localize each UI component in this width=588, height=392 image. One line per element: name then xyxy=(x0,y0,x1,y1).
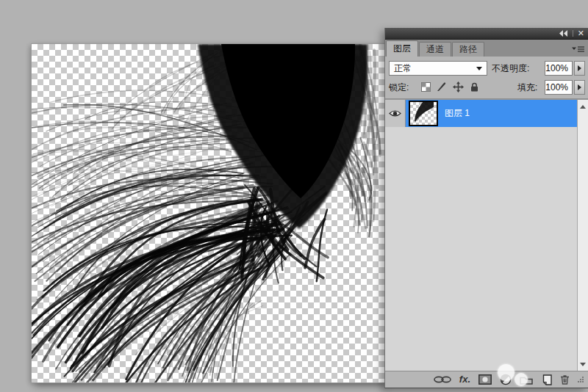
layers-panel: ✕ 图层 通道 路径 正常 不透明度: 100% xyxy=(384,28,588,388)
collapse-double-arrow-icon[interactable] xyxy=(559,30,568,37)
tab-layers[interactable]: 图层 xyxy=(386,40,418,57)
visibility-toggle[interactable] xyxy=(385,100,406,127)
triangle-up-icon xyxy=(580,105,586,109)
scroll-up-button[interactable] xyxy=(578,101,588,112)
panel-menu-icon[interactable] xyxy=(572,46,585,53)
layer-style-icon[interactable]: fx. xyxy=(459,374,470,385)
tab-channels[interactable]: 通道 xyxy=(419,42,451,57)
panel-titlebar[interactable]: ✕ xyxy=(385,28,588,40)
blend-opacity-row: 正常 不透明度: 100% xyxy=(385,60,588,78)
layer-mask-icon[interactable] xyxy=(478,374,492,385)
link-layers-icon[interactable] xyxy=(434,376,451,383)
close-icon[interactable]: ✕ xyxy=(578,30,584,37)
tab-paths[interactable]: 路径 xyxy=(452,42,484,57)
arrow-right-icon xyxy=(578,65,581,71)
layer-list[interactable]: 图层 1 xyxy=(385,99,588,371)
layer-row[interactable]: 图层 1 xyxy=(385,100,577,127)
opacity-slider-button[interactable] xyxy=(574,61,585,76)
scroll-down-button[interactable] xyxy=(578,359,588,369)
layer-controls: 正常 不透明度: 100% 锁定: xyxy=(385,57,588,99)
layer-thumbnail[interactable] xyxy=(409,101,438,126)
lock-label: 锁定: xyxy=(389,81,409,94)
triangle-down-icon xyxy=(580,363,586,366)
lock-buttons xyxy=(421,81,479,92)
chevron-down-icon xyxy=(476,67,482,70)
photoshop-workspace: ✕ 图层 通道 路径 正常 不透明度: 100% xyxy=(0,0,588,392)
layer-thumbnail-art xyxy=(410,102,434,122)
lock-position-icon[interactable] xyxy=(453,81,464,92)
blend-mode-dropdown[interactable]: 正常 xyxy=(389,61,487,76)
lock-fill-row: 锁定: xyxy=(385,79,588,97)
titlebar-separator xyxy=(573,30,573,37)
adjustment-layer-icon[interactable] xyxy=(500,374,512,385)
resize-grip-icon[interactable] xyxy=(578,377,584,383)
new-group-icon[interactable] xyxy=(520,375,533,385)
arrow-right-icon xyxy=(578,84,581,90)
delete-layer-icon[interactable] xyxy=(560,374,570,385)
opacity-label: 不透明度: xyxy=(492,62,529,75)
lock-all-icon[interactable] xyxy=(470,82,479,92)
fill-label: 填充: xyxy=(517,81,537,94)
panel-tab-bar: 图层 通道 路径 xyxy=(385,40,588,57)
lock-transparency-icon[interactable] xyxy=(421,82,431,92)
eye-icon xyxy=(389,109,401,117)
lock-pixels-icon[interactable] xyxy=(437,82,447,92)
panel-bottom-toolbar: fx. xyxy=(385,371,588,388)
new-layer-icon[interactable] xyxy=(541,374,552,385)
fill-slider-button[interactable] xyxy=(574,80,585,95)
layer-list-scrollbar[interactable] xyxy=(577,100,588,371)
blend-mode-value: 正常 xyxy=(394,63,412,73)
opacity-value[interactable]: 100% xyxy=(545,61,573,76)
hair-brush-artwork xyxy=(32,44,384,382)
fill-value[interactable]: 100% xyxy=(545,80,573,95)
document-canvas[interactable] xyxy=(32,44,384,382)
layer-name[interactable]: 图层 1 xyxy=(445,107,470,120)
